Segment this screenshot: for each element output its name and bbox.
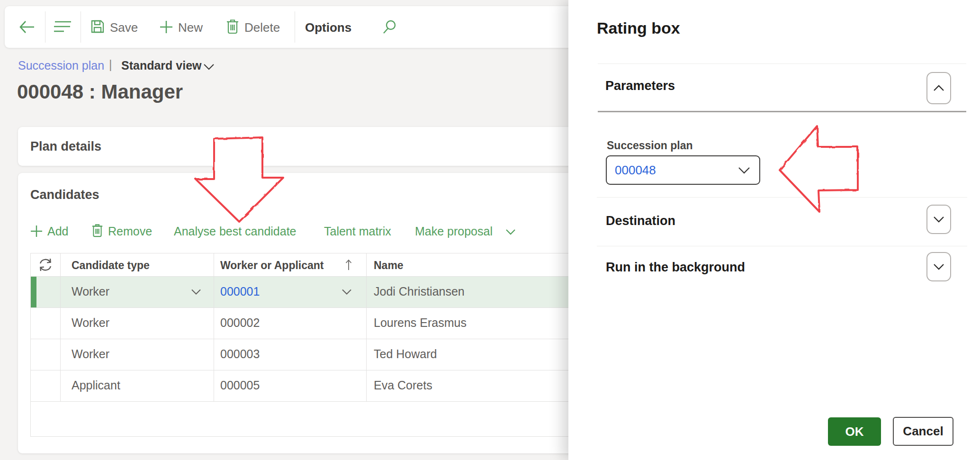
selected-row-bar xyxy=(31,276,36,307)
plus-icon[interactable] xyxy=(159,20,173,34)
divider xyxy=(597,246,967,246)
command-bar: Save New Delete Options xyxy=(5,6,587,48)
column-header-name[interactable]: Name xyxy=(374,259,404,272)
plan-details-header[interactable]: Plan details xyxy=(30,139,101,154)
cell-candidate-type[interactable]: Worker xyxy=(72,285,109,298)
column-header-candidate-type[interactable]: Candidate type xyxy=(72,259,150,272)
cell-worker-id[interactable]: 000003 xyxy=(220,347,260,361)
run-in-background-section-header[interactable]: Run in the background xyxy=(606,260,745,275)
remove-button[interactable]: Remove xyxy=(108,225,152,238)
grid-line xyxy=(60,253,61,401)
chevron-up-icon xyxy=(933,84,945,92)
grid-line xyxy=(31,276,587,277)
breadcrumb-separator: | xyxy=(109,58,112,72)
add-button[interactable]: Add xyxy=(47,225,68,238)
back-icon[interactable] xyxy=(18,19,36,35)
plan-details-card xyxy=(18,127,587,166)
parameters-collapse-button[interactable] xyxy=(926,72,951,104)
cancel-button[interactable]: Cancel xyxy=(893,417,953,446)
section-divider xyxy=(598,111,966,112)
selected-row-highlight xyxy=(31,276,587,307)
cell-worker-link[interactable]: 000001 xyxy=(220,285,260,298)
make-proposal-button[interactable]: Make proposal xyxy=(415,225,493,238)
page-title: 000048 : Manager xyxy=(17,81,183,103)
remove-trash-icon[interactable] xyxy=(91,224,104,237)
refresh-icon[interactable] xyxy=(37,256,54,273)
new-button[interactable]: New xyxy=(178,20,203,35)
search-icon[interactable] xyxy=(382,19,398,35)
dropdown-chevron-icon[interactable] xyxy=(342,289,352,295)
chevron-down-icon[interactable] xyxy=(203,63,215,71)
make-proposal-chevron-icon[interactable] xyxy=(505,228,516,235)
dropdown-chevron-icon[interactable] xyxy=(191,289,201,295)
destination-section-header[interactable]: Destination xyxy=(606,214,675,228)
options-menu[interactable]: Options xyxy=(305,20,351,35)
candidates-table: Candidate type Worker or Applicant Name … xyxy=(30,253,587,437)
cell-name[interactable]: Jodi Christiansen xyxy=(374,285,465,298)
cell-candidate-type[interactable]: Applicant xyxy=(72,379,120,392)
column-header-worker-or-applicant[interactable]: Worker or Applicant xyxy=(220,259,324,272)
run-in-background-expand-button[interactable] xyxy=(926,252,951,281)
divider xyxy=(81,11,81,43)
cell-candidate-type[interactable]: Worker xyxy=(72,347,109,361)
destination-expand-button[interactable] xyxy=(926,205,951,234)
candidates-header[interactable]: Candidates xyxy=(30,188,99,202)
grid-line xyxy=(31,401,587,402)
chevron-down-icon[interactable] xyxy=(737,166,759,174)
save-icon[interactable] xyxy=(90,19,105,34)
cell-name[interactable]: Ted Howard xyxy=(374,347,437,361)
red-sketch-arrow-left xyxy=(772,119,867,220)
red-sketch-arrow-down xyxy=(189,133,294,227)
trash-icon[interactable] xyxy=(225,19,240,34)
succession-plan-dropdown[interactable]: 000048 xyxy=(606,155,760,185)
cell-name[interactable]: Eva Corets xyxy=(374,379,432,392)
view-selector[interactable]: Standard view xyxy=(121,59,202,72)
dialog-title: Rating box xyxy=(597,19,680,37)
chevron-down-icon xyxy=(933,216,945,223)
rating-box-dialog: Rating box Parameters Succession plan 00… xyxy=(568,0,980,460)
chevron-down-icon xyxy=(933,263,945,271)
menu-icon[interactable] xyxy=(53,20,72,34)
parameters-section-header[interactable]: Parameters xyxy=(605,79,675,93)
app-window: Save New Delete Options Succession plan … xyxy=(0,0,980,460)
succession-plan-value[interactable]: 000048 xyxy=(607,163,737,178)
add-plus-icon[interactable] xyxy=(30,225,43,237)
cell-worker-id[interactable]: 000005 xyxy=(220,379,260,392)
cell-name[interactable]: Lourens Erasmus xyxy=(374,316,467,330)
cell-worker-id[interactable]: 000002 xyxy=(220,316,260,330)
divider xyxy=(45,11,45,43)
breadcrumb-entity-link[interactable]: Succession plan xyxy=(18,59,104,72)
grid-line xyxy=(31,307,587,308)
grid-line xyxy=(366,253,367,401)
grid-line xyxy=(214,253,214,401)
ok-button[interactable]: OK xyxy=(828,417,881,446)
talent-matrix-button[interactable]: Talent matrix xyxy=(324,225,391,238)
divider xyxy=(598,63,966,64)
sort-ascending-icon[interactable] xyxy=(344,258,353,271)
grid-line xyxy=(31,370,587,370)
divider xyxy=(295,11,295,43)
succession-plan-field-label: Succession plan xyxy=(607,139,693,152)
grid-line xyxy=(31,339,587,339)
save-button[interactable]: Save xyxy=(110,20,138,35)
delete-button[interactable]: Delete xyxy=(244,20,280,35)
cell-candidate-type[interactable]: Worker xyxy=(72,316,109,330)
